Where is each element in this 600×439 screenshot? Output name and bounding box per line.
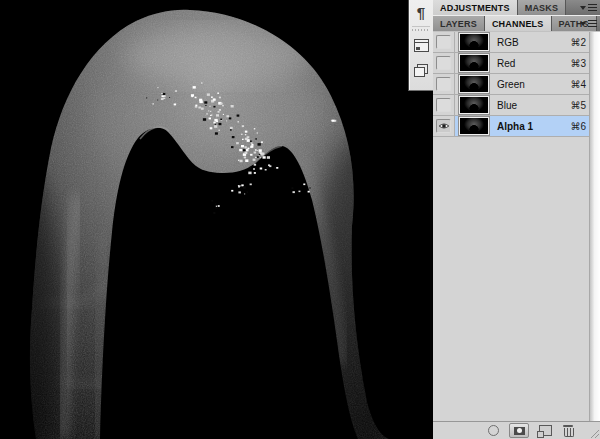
tab-channels[interactable]: CHANNELS [485, 16, 552, 31]
load-channel-as-selection-button[interactable] [488, 425, 499, 436]
channel-name: Alpha 1 [497, 121, 533, 132]
document-canvas[interactable] [0, 0, 433, 439]
icon-detail [416, 47, 420, 50]
channel-row-green[interactable]: Green ⌘4 [433, 74, 600, 95]
channel-shortcut: ⌘5 [570, 100, 586, 111]
tab-adjustments[interactable]: ADJUSTMENTS [433, 0, 518, 15]
visibility-toggle-alpha-1[interactable] [433, 116, 455, 136]
channel-shortcut: ⌘4 [570, 79, 586, 90]
paragraph-panel-button[interactable]: ¶ [409, 0, 433, 25]
delete-channel-button[interactable] [562, 425, 574, 437]
channel-row-alpha-1[interactable]: Alpha 1 ⌘6 [433, 116, 600, 137]
adjustments-masks-tabbar: ADJUSTMENTS MASKS [433, 0, 600, 16]
channel-thumbnail[interactable] [459, 75, 489, 93]
visibility-toggle-green[interactable] [433, 74, 455, 94]
menu-lines-icon [588, 20, 597, 27]
channel-name: Red [497, 58, 515, 69]
menu-triangle-icon [580, 22, 586, 29]
adjustments-panel-menu-button[interactable] [580, 0, 597, 15]
channel-thumbnail[interactable] [459, 96, 489, 114]
paragraph-icon: ¶ [417, 5, 425, 20]
channel-name: Green [497, 79, 525, 90]
channel-thumbnail[interactable] [459, 33, 489, 51]
channel-thumbnail[interactable] [459, 117, 489, 135]
visibility-toggle-red[interactable] [433, 53, 455, 73]
collapsed-panel-dock: ¶ [408, 0, 433, 91]
layers-channels-paths-tabbar: LAYERS CHANNELS PATHS [433, 16, 600, 32]
save-selection-as-channel-button[interactable] [509, 423, 529, 438]
channel-row-red[interactable]: Red ⌘3 [433, 53, 600, 74]
empty-eye-well [436, 56, 451, 70]
menu-triangle-icon [580, 6, 586, 13]
channel-shortcut: ⌘6 [570, 121, 586, 132]
eye-icon [438, 122, 450, 130]
eye-well [436, 119, 451, 133]
empty-eye-well [436, 77, 451, 91]
trash-body-icon [564, 428, 574, 437]
mask-icon [514, 427, 525, 435]
layer-comps-panel-button[interactable] [409, 58, 433, 83]
channel-name: RGB [497, 37, 519, 48]
create-new-channel-button[interactable] [539, 425, 552, 436]
icon-detail [414, 67, 425, 77]
panel-resize-grip[interactable] [589, 428, 599, 438]
hooded-figure-image [0, 0, 433, 439]
tab-masks[interactable]: MASKS [518, 0, 567, 15]
menu-lines-icon [588, 4, 597, 11]
trash-lid-icon [563, 425, 573, 427]
channels-panel-menu-button[interactable] [580, 16, 597, 31]
panel-group: ADJUSTMENTS MASKS LAYERS CHANNELS PATHS … [433, 0, 600, 439]
channel-shortcut: ⌘2 [570, 37, 586, 48]
channel-thumbnail[interactable] [459, 54, 489, 72]
empty-eye-well [436, 98, 451, 112]
channel-row-rgb[interactable]: RGB ⌘2 [433, 32, 600, 53]
icon-detail [537, 431, 544, 438]
visibility-toggle-rgb[interactable] [433, 32, 455, 52]
tab-layers[interactable]: LAYERS [433, 16, 485, 31]
channel-row-blue[interactable]: Blue ⌘5 [433, 95, 600, 116]
icon-detail [517, 428, 522, 433]
icon-detail [415, 42, 428, 43]
info-panel-button[interactable] [409, 33, 433, 58]
empty-eye-well [436, 35, 451, 49]
visibility-toggle-blue[interactable] [433, 95, 455, 115]
channels-list: RGB ⌘2 Red ⌘3 Green ⌘4 [433, 32, 600, 421]
channel-shortcut: ⌘3 [570, 58, 586, 69]
channels-scrollbar[interactable] [589, 32, 600, 421]
channels-bottom-bar [433, 421, 600, 439]
dock-drag-handle[interactable] [412, 26, 430, 31]
layer-comps-icon [414, 64, 428, 77]
photoshop-window: ¶ ADJUSTMENTS MASKS LAYERS [0, 0, 600, 439]
info-panel-icon [414, 39, 429, 52]
channel-name: Blue [497, 100, 517, 111]
